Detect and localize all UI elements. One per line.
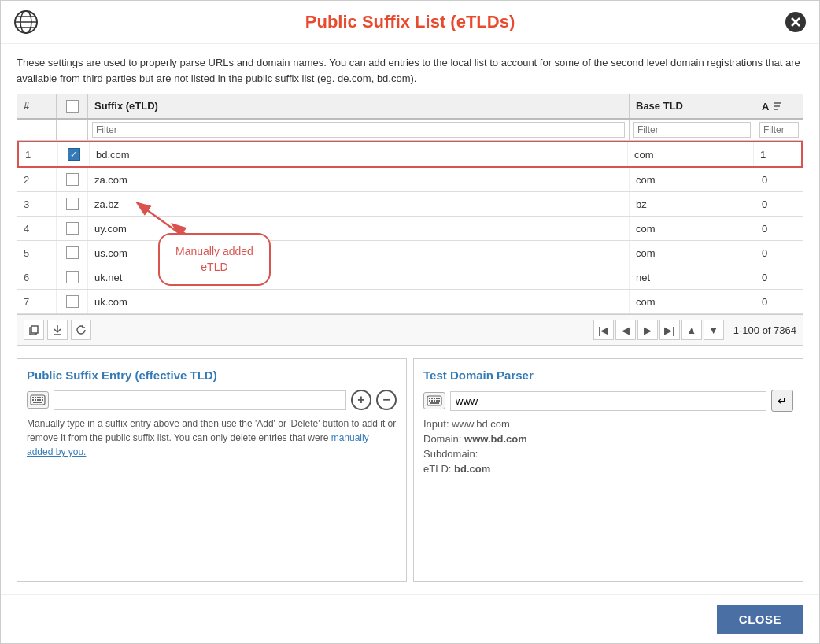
a-filter-input[interactable] [759,122,799,138]
cell-checkbox[interactable] [57,168,88,191]
cell-num: 3 [17,192,57,216]
cell-basetld: com [630,168,755,191]
cell-checkbox[interactable] [57,241,88,265]
col-basetld: Base TLD [630,94,755,118]
col-checkbox[interactable] [57,94,88,118]
panel-left-desc: Manually type in a suffix entry above an… [27,416,397,459]
domain-test-input[interactable] [450,391,766,411]
cell-checkbox[interactable] [57,217,88,240]
remove-entry-button[interactable]: − [376,390,397,410]
cell-suffix: uk.net [88,265,630,289]
col-suffix: Suffix (eTLD) [88,94,630,118]
panel-left-title: Public Suffix Entry (effective TLD) [27,368,397,382]
add-entry-button[interactable]: + [351,390,371,410]
refresh-button[interactable] [71,320,91,340]
first-page-button[interactable]: |◀ [593,320,614,340]
close-button[interactable]: CLOSE [717,605,803,634]
copy-button[interactable] [24,320,44,340]
scroll-up-button[interactable]: ▲ [681,320,702,340]
cell-checkbox[interactable] [57,192,88,216]
cell-basetld: com [630,241,755,265]
cell-suffix: za.bz [88,192,630,216]
cell-num: 6 [17,265,57,289]
prev-page-button[interactable]: ◀ [615,320,636,340]
keyboard-icon [27,391,49,409]
scroll-down-button[interactable]: ▼ [704,320,724,340]
table-row[interactable]: 7 uk.com com 0 [17,290,803,314]
row-checkbox[interactable] [66,222,79,235]
row-checkbox[interactable] [66,198,79,210]
table-row[interactable]: 4 uy.com com 0 [17,217,803,241]
domain-result: Domain: www.bd.com [423,433,793,445]
svg-rect-21 [39,397,41,398]
header-checkbox[interactable] [66,100,79,113]
svg-rect-39 [438,400,440,402]
filter-suffix[interactable] [88,120,630,140]
cell-num: 5 [17,241,57,265]
svg-rect-14 [31,326,38,333]
last-page-button[interactable]: ▶| [659,320,680,340]
basetld-filter-input[interactable] [633,122,751,138]
cell-a: 0 [755,192,803,216]
cell-checkbox[interactable]: ✓ [58,142,90,166]
cell-a: 1 [754,142,801,166]
pagination-nav: |◀ ◀ ▶ ▶| ▲ ▼ [593,320,724,340]
svg-rect-18 [32,397,34,398]
cell-suffix: za.com [88,168,630,191]
filter-num [17,120,57,140]
manual-entries-link[interactable]: manually added by you. [27,432,369,457]
table-row[interactable]: 2 za.com com 0 [17,168,803,192]
svg-rect-31 [431,398,433,399]
panel-domain-parser: Test Domain Parser ↵ Input: www.bd.com D… [413,358,803,582]
cell-a: 0 [755,241,803,265]
cell-a: 0 [755,265,803,289]
download-button[interactable] [47,320,68,340]
cell-a: 0 [755,290,803,313]
row-checkbox[interactable] [66,173,79,186]
cell-checkbox[interactable] [57,265,88,289]
row-checkbox[interactable] [66,271,79,283]
table-row[interactable]: 6 uk.net net 0 [17,265,803,290]
etld-result: eTLD: bd.com [423,463,793,475]
cell-basetld: com [630,290,755,313]
cell-suffix: uk.com [88,290,630,313]
svg-rect-34 [438,398,440,399]
row-checkbox-checked[interactable]: ✓ [68,148,80,161]
filter-basetld[interactable] [630,120,755,140]
cell-checkbox[interactable] [57,290,88,313]
table-row[interactable]: 1 ✓ bd.com com 1 [17,141,803,168]
panel-public-suffix: Public Suffix Entry (effective TLD) + − … [17,358,407,582]
svg-rect-32 [434,398,435,399]
svg-rect-33 [436,398,438,399]
table-header: # Suffix (eTLD) Base TLD A [17,94,803,120]
row-checkbox[interactable] [66,246,79,259]
suffix-entry-input[interactable] [54,390,346,410]
svg-rect-24 [35,399,36,401]
cell-basetld: bz [630,192,755,216]
keyboard-icon-right [423,392,445,409]
close-x-icon[interactable] [785,11,807,33]
footer: CLOSE [1,594,819,643]
cell-suffix: bd.com [90,142,628,166]
next-page-button[interactable]: ▶ [637,320,658,340]
table-row[interactable]: 5 us.com com 0 [17,241,803,265]
sort-icon [772,101,783,112]
dialog-title: Public Suffix List (eTLDs) [305,12,515,32]
cell-suffix: us.com [88,241,630,265]
suffix-filter-input[interactable] [92,122,625,138]
col-a: A [755,94,803,118]
col-num: # [17,94,57,118]
page-range: 1-100 of 7364 [733,324,796,336]
cell-num: 2 [17,168,57,191]
description-text: These settings are used to properly pars… [1,44,819,94]
svg-rect-26 [39,399,41,401]
filter-a[interactable] [755,120,803,140]
filter-check [57,120,88,140]
panel-left-input-row: + − [27,390,397,410]
enter-button[interactable]: ↵ [771,390,793,412]
row-checkbox[interactable] [66,295,79,308]
header: Public Suffix List (eTLDs) [1,1,819,44]
globe-icon [13,9,39,35]
filter-row [17,120,803,141]
table-row[interactable]: 3 za.bz bz 0 [17,192,803,217]
